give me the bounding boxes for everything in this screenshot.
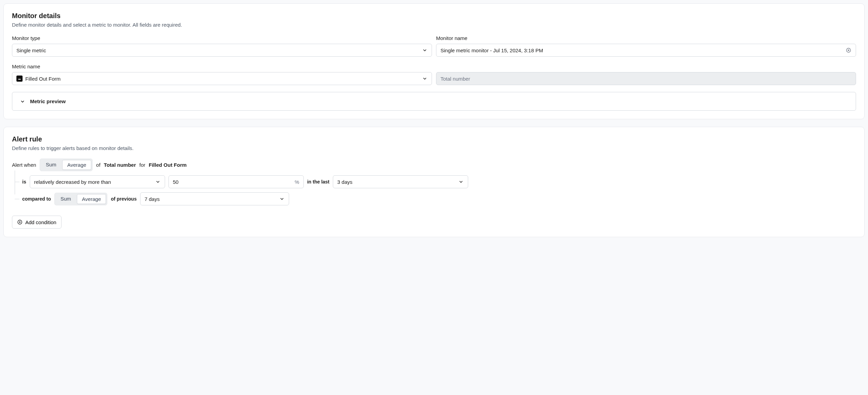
chevron-down-icon bbox=[279, 196, 285, 202]
monitor-type-label: Monitor type bbox=[12, 35, 432, 41]
metric-source-icon: ▬ bbox=[16, 76, 23, 82]
of-previous-label: of previous bbox=[111, 196, 136, 202]
chevron-down-icon bbox=[422, 76, 428, 81]
is-rule-line: is relatively decreased by more than 50 … bbox=[15, 175, 856, 188]
aggregation-toggle-secondary: Sum Average bbox=[54, 193, 107, 205]
aggregation-spacer bbox=[436, 64, 856, 69]
monitor-details-title: Monitor details bbox=[12, 12, 856, 20]
pill-average-secondary[interactable]: Average bbox=[77, 194, 106, 204]
metric-name-value: Filled Out Form bbox=[25, 76, 60, 82]
metric-preview-accordion[interactable]: Metric preview bbox=[12, 92, 856, 111]
is-label: is bbox=[22, 179, 26, 185]
sub-rule-wrap: is relatively decreased by more than 50 … bbox=[15, 175, 856, 205]
metric-name-select[interactable]: ▬ Filled Out Form bbox=[12, 72, 432, 85]
threshold-value: 50 bbox=[173, 179, 179, 185]
metric-preview-label: Metric preview bbox=[30, 98, 66, 104]
monitor-name-value: Single metric monitor - Jul 15, 2024, 3:… bbox=[440, 47, 543, 53]
add-condition-button[interactable]: Add condition bbox=[12, 216, 62, 229]
threshold-input[interactable]: 50 % bbox=[168, 175, 304, 188]
alert-rule-subtitle: Define rules to trigger alerts based on … bbox=[12, 145, 856, 151]
aggregation-toggle-primary: Sum Average bbox=[40, 159, 93, 171]
total-number-text: Total number bbox=[104, 162, 136, 168]
chevron-down-icon bbox=[422, 47, 428, 53]
add-condition-label: Add condition bbox=[25, 219, 56, 225]
monitor-name-label: Monitor name bbox=[436, 35, 856, 41]
alert-rule-card: Alert rule Define rules to trigger alert… bbox=[3, 127, 865, 237]
aggregation-readonly: Total number bbox=[436, 72, 856, 85]
compared-to-label: compared to bbox=[22, 196, 51, 202]
clear-icon[interactable] bbox=[845, 47, 852, 53]
window-value: 3 days bbox=[337, 179, 352, 185]
pill-sum-secondary[interactable]: Sum bbox=[56, 194, 76, 204]
of-label: of bbox=[96, 162, 100, 168]
alert-when-label: Alert when bbox=[12, 162, 36, 168]
pill-average-primary[interactable]: Average bbox=[62, 160, 92, 170]
previous-window-value: 7 days bbox=[145, 196, 160, 202]
alert-rule-title: Alert rule bbox=[12, 135, 856, 143]
in-the-last-label: in the last bbox=[307, 179, 329, 185]
aggregation-value: Total number bbox=[440, 76, 470, 82]
metric-text: Filled Out Form bbox=[149, 162, 187, 168]
for-label: for bbox=[139, 162, 146, 168]
monitor-name-input[interactable]: Single metric monitor - Jul 15, 2024, 3:… bbox=[436, 44, 856, 57]
comparison-select[interactable]: relatively decreased by more than bbox=[30, 175, 165, 188]
metric-name-label: Metric name bbox=[12, 64, 432, 69]
monitor-details-subtitle: Define monitor details and select a metr… bbox=[12, 22, 856, 28]
window-select[interactable]: 3 days bbox=[333, 175, 468, 188]
chevron-down-icon bbox=[155, 179, 161, 185]
plus-circle-icon bbox=[17, 219, 23, 225]
previous-window-select[interactable]: 7 days bbox=[140, 192, 289, 205]
monitor-type-select[interactable]: Single metric bbox=[12, 44, 432, 57]
threshold-unit: % bbox=[295, 179, 299, 185]
pill-sum-primary[interactable]: Sum bbox=[41, 160, 61, 170]
compared-to-line: compared to Sum Average of previous 7 da… bbox=[15, 192, 856, 205]
alert-when-line: Alert when Sum Average of Total number f… bbox=[12, 159, 856, 171]
chevron-down-icon bbox=[20, 99, 25, 104]
comparison-value: relatively decreased by more than bbox=[34, 179, 111, 185]
monitor-type-value: Single metric bbox=[16, 47, 46, 53]
monitor-details-card: Monitor details Define monitor details a… bbox=[3, 3, 865, 119]
chevron-down-icon bbox=[458, 179, 464, 185]
